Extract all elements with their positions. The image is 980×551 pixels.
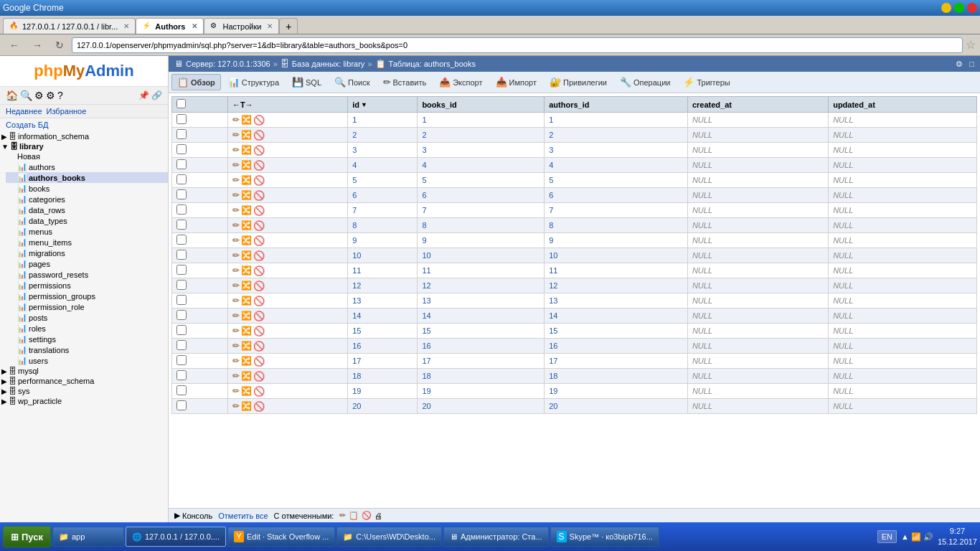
copy-row-icon[interactable]: 🔀 [241, 145, 252, 155]
expand-icon[interactable]: 📌 [138, 90, 149, 100]
col-actions[interactable]: ←T→ [227, 97, 347, 113]
row-checkbox[interactable] [176, 250, 187, 260]
fullscreen-icon[interactable]: □ [969, 60, 974, 68]
row-checkbox[interactable] [176, 295, 187, 305]
footer-copy-icon[interactable]: 📋 [349, 511, 359, 520]
edit-row-icon[interactable]: ✏ [232, 235, 240, 245]
row-checkbox[interactable] [176, 144, 187, 154]
row-checkbox[interactable] [176, 114, 187, 124]
table-roles[interactable]: 📊 roles [6, 323, 168, 334]
taskbar-desktop[interactable]: 📁 C:\Users\WD\Deskto... [336, 527, 442, 547]
copy-row-icon[interactable]: 🔀 [241, 371, 252, 381]
console-toggle[interactable]: ▶ Консоль [174, 511, 212, 520]
copy-row-icon[interactable]: 🔀 [241, 235, 252, 245]
copy-row-icon[interactable]: 🔀 [241, 386, 252, 396]
toolbar-search-btn[interactable]: 🔍 Поиск [329, 74, 375, 90]
toolbar-operations-btn[interactable]: 🔧 Операции [614, 74, 676, 90]
table-menus[interactable]: 📊 menus [6, 226, 168, 237]
row-checkbox[interactable] [176, 325, 187, 335]
row-checkbox[interactable] [176, 280, 187, 290]
tab-2[interactable]: ⚡ Authors ✕ [136, 18, 203, 34]
row-checkbox[interactable] [176, 370, 187, 380]
delete-row-icon[interactable]: 🚫 [253, 160, 265, 171]
copy-row-icon[interactable]: 🔀 [241, 311, 252, 321]
delete-row-icon[interactable]: 🚫 [253, 235, 265, 246]
row-checkbox[interactable] [176, 129, 187, 139]
row-checkbox[interactable] [176, 355, 187, 365]
col-authors-id[interactable]: authors_id [545, 97, 688, 113]
toolbar-insert-btn[interactable]: ✏ Вставить [377, 74, 433, 90]
create-db-link[interactable]: Создать БД [0, 118, 168, 131]
row-checkbox[interactable] [176, 174, 187, 184]
link-icon[interactable]: 🔗 [151, 90, 162, 100]
new-tab-button[interactable]: + [279, 18, 298, 34]
edit-row-icon[interactable]: ✏ [232, 341, 240, 351]
delete-row-icon[interactable]: 🚫 [253, 341, 265, 352]
table-books[interactable]: 📊 books [6, 183, 168, 194]
table-categories[interactable]: 📊 categories [6, 194, 168, 204]
row-checkbox[interactable] [176, 204, 187, 215]
edit-row-icon[interactable]: ✏ [232, 175, 240, 185]
toolbar-import-btn[interactable]: 📥 Импорт [490, 74, 542, 90]
taskbar-chrome[interactable]: 🌐 127.0.0.1 / 127.0.0.... [126, 527, 226, 547]
footer-print-icon[interactable]: 🖨 [374, 512, 382, 520]
select-all-checkbox[interactable] [176, 99, 186, 108]
delete-row-icon[interactable]: 🚫 [253, 356, 265, 367]
delete-row-icon[interactable]: 🚫 [253, 281, 265, 291]
edit-row-icon[interactable]: ✏ [232, 371, 240, 381]
table-posts[interactable]: 📊 posts [6, 312, 168, 323]
recent-link[interactable]: Недавнее [6, 107, 42, 116]
copy-row-icon[interactable]: 🔀 [241, 356, 252, 366]
delete-row-icon[interactable]: 🚫 [253, 145, 265, 156]
edit-row-icon[interactable]: ✏ [232, 311, 240, 321]
forward-button[interactable]: → [27, 37, 47, 53]
edit-row-icon[interactable]: ✏ [232, 296, 240, 306]
taskbar-skype[interactable]: S Skype™ · ко3bipb716... [550, 527, 659, 547]
table-permission-role[interactable]: 📊 permission_role [6, 301, 168, 312]
toolbar-overview-btn[interactable]: 📋 Обзор [171, 74, 221, 90]
delete-row-icon[interactable]: 🚫 [253, 265, 265, 276]
select-all-link[interactable]: Отметить все [218, 512, 268, 520]
edit-row-icon[interactable]: ✏ [232, 386, 240, 396]
favorites-link[interactable]: Избранное [47, 107, 87, 116]
tab-3[interactable]: ⚙ Настройки ✕ [204, 18, 280, 34]
table-pages[interactable]: 📊 pages [6, 258, 168, 269]
copy-row-icon[interactable]: 🔀 [241, 250, 252, 260]
edit-row-icon[interactable]: ✏ [232, 401, 240, 411]
edit-row-icon[interactable]: ✏ [232, 250, 240, 260]
tab-close-2[interactable]: ✕ [192, 22, 197, 30]
table-data-rows[interactable]: 📊 data_rows [6, 204, 168, 215]
copy-row-icon[interactable]: 🔀 [241, 175, 252, 185]
search-icon[interactable]: 🔍 [20, 90, 32, 101]
table-permissions[interactable]: 📊 permissions [6, 280, 168, 291]
toolbar-sql-btn[interactable]: 💾 SQL [286, 74, 327, 90]
copy-row-icon[interactable]: 🔀 [241, 115, 252, 125]
delete-row-icon[interactable]: 🚫 [253, 190, 265, 201]
db-performance-schema[interactable]: ▶ 🗄 performance_schema [0, 376, 168, 386]
table-menu-items[interactable]: 📊 menu_items [6, 237, 168, 248]
copy-row-icon[interactable]: 🔀 [241, 296, 252, 306]
footer-delete-icon[interactable]: 🚫 [362, 511, 372, 520]
toolbar-export-btn[interactable]: 📤 Экспорт [433, 74, 488, 90]
col-id[interactable]: id▼ [348, 97, 418, 113]
db-sys[interactable]: ▶ 🗄 sys [0, 386, 168, 396]
edit-row-icon[interactable]: ✏ [232, 130, 240, 140]
delete-row-icon[interactable]: 🚫 [253, 401, 265, 412]
help-icon[interactable]: ? [57, 90, 63, 101]
minimize-button[interactable] [941, 3, 951, 13]
table-data-types[interactable]: 📊 data_types [6, 215, 168, 226]
delete-row-icon[interactable]: 🚫 [253, 115, 265, 126]
row-checkbox[interactable] [176, 159, 187, 169]
copy-row-icon[interactable]: 🔀 [241, 265, 252, 276]
db-wp[interactable]: ▶ 🗄 wp_practicle [0, 396, 168, 406]
maximize-button[interactable] [954, 3, 964, 13]
edit-row-icon[interactable]: ✏ [232, 205, 240, 215]
address-input[interactable] [72, 37, 963, 53]
table-authors-books[interactable]: 📊 authors_books [6, 172, 168, 183]
edit-row-icon[interactable]: ✏ [232, 326, 240, 336]
start-button[interactable]: ⊞ Пуск [3, 526, 51, 547]
row-checkbox[interactable] [176, 235, 187, 245]
delete-row-icon[interactable]: 🚫 [253, 175, 265, 186]
copy-row-icon[interactable]: 🔀 [241, 341, 252, 351]
tab-close-1[interactable]: ✕ [123, 22, 129, 30]
